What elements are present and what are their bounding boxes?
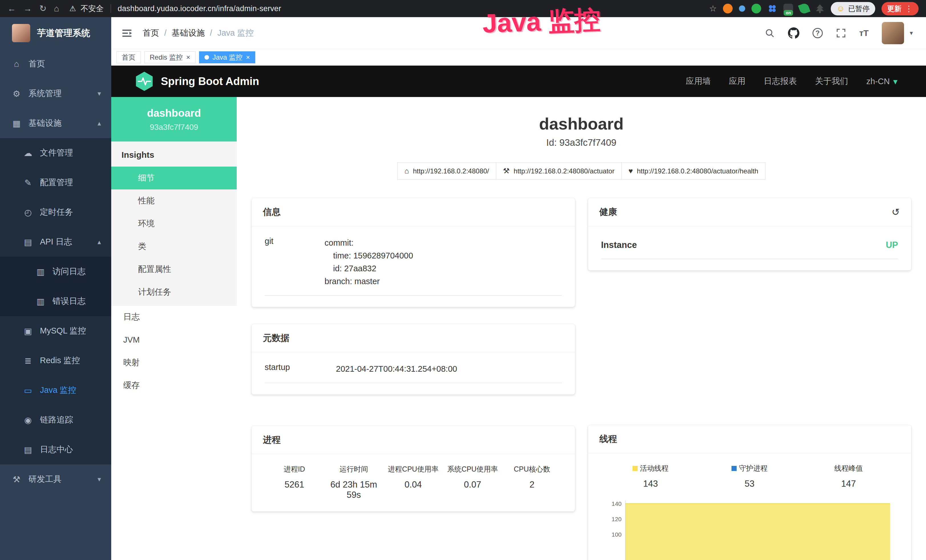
sba-main-content: dashboard Id: 93a3fc7f7409 ⌂ http://192.…: [237, 97, 926, 560]
sidebar-collapse-icon[interactable]: [121, 27, 133, 39]
not-secure-label[interactable]: 不安全: [81, 3, 104, 14]
sba-item-classes[interactable]: 类: [111, 235, 237, 258]
sba-item-mappings[interactable]: 映射: [111, 351, 237, 374]
github-icon[interactable]: [788, 27, 799, 39]
instance-actuator-url-link[interactable]: ⚒ http://192.168.0.2:48080/actuator: [496, 162, 622, 180]
sba-item-caches[interactable]: 缓存: [111, 374, 237, 397]
sidebar-item-redis-monitor[interactable]: ≣ Redis 监控: [0, 346, 111, 375]
instance-service-url-link[interactable]: ⌂ http://192.168.0.2:48080/: [397, 162, 496, 180]
sidebar-item-log-center[interactable]: ▤ 日志中心: [0, 435, 111, 465]
sidebar-item-file-management[interactable]: ☁ 文件管理: [0, 138, 111, 168]
breadcrumb-separator: /: [164, 28, 166, 38]
browser-home-icon[interactable]: ⌂: [54, 4, 59, 13]
user-avatar[interactable]: [882, 22, 904, 44]
sba-nav-applications[interactable]: 应用: [729, 76, 746, 87]
browser-forward-icon[interactable]: →: [23, 4, 32, 13]
sidebar-item-access-log[interactable]: ▥ 访问日志: [0, 257, 111, 286]
sidebar-item-trace[interactable]: ◉ 链路追踪: [0, 405, 111, 435]
history-refresh-icon[interactable]: ↺: [892, 206, 900, 218]
sidebar-item-error-log[interactable]: ▥ 错误日志: [0, 286, 111, 316]
database-icon: ▣: [23, 326, 33, 336]
pencil-icon: ✎: [23, 178, 33, 188]
help-icon[interactable]: ?: [813, 28, 823, 38]
extension-icon-5[interactable]: on: [784, 4, 793, 14]
sba-item-environment[interactable]: 环境: [111, 212, 237, 235]
tab-redis-monitor[interactable]: Redis 监控 ×: [144, 51, 196, 64]
browser-update-button[interactable]: 更新 ⋮: [882, 2, 918, 15]
tab-java-monitor[interactable]: Java 监控 ×: [199, 51, 255, 64]
sba-nav-about[interactable]: 关于我们: [815, 76, 848, 87]
user-caret-down-icon[interactable]: ▾: [910, 29, 913, 37]
address-url[interactable]: dashboard.yudao.iocoder.cn/infra/admin-s…: [118, 4, 281, 13]
link-label: http://192.168.0.2:48080/actuator: [514, 167, 614, 175]
breadcrumb-home[interactable]: 首页: [142, 27, 159, 39]
cloud-icon: ☁: [23, 148, 33, 158]
tags-view-bar: 首页 Redis 监控 × Java 监控 ×: [111, 49, 926, 66]
chart-y-axis: 140 120 100: [601, 500, 625, 560]
sba-locale-select[interactable]: zh-CN ▾: [866, 76, 897, 86]
sba-sidebar: dashboard 93a3fc7f7409 Insights 细节 性能 环境…: [111, 97, 237, 560]
sba-item-metrics[interactable]: 性能: [111, 189, 237, 212]
tab-home[interactable]: 首页: [117, 51, 141, 64]
fullscreen-icon[interactable]: [836, 28, 846, 38]
y-tick: 140: [601, 500, 622, 516]
sidebar-item-config-management[interactable]: ✎ 配置管理: [0, 168, 111, 197]
search-icon[interactable]: [764, 28, 775, 38]
active-tab-dot: [204, 55, 209, 60]
main-sidebar: 芋道管理系统 ⌂ 首页 ⚙ 系统管理 ▾ ▦ 基础设施 ▴ ☁ 文件管理: [0, 17, 111, 560]
sidebar-item-label: Redis 监控: [40, 355, 80, 366]
extension-icon-3[interactable]: [752, 4, 761, 14]
git-commit-line: commit:: [325, 236, 413, 249]
sidebar-item-system-management[interactable]: ⚙ 系统管理 ▾: [0, 79, 111, 108]
sba-item-config-props[interactable]: 配置属性: [111, 258, 237, 281]
extension-icon-2[interactable]: [739, 5, 745, 12]
sba-item-scheduled-tasks[interactable]: 计划任务: [111, 281, 237, 304]
page-title: dashboard: [237, 114, 926, 133]
app-logo-image: [12, 24, 30, 42]
sidebar-item-infrastructure[interactable]: ▦ 基础设施 ▴: [0, 108, 111, 138]
sba-nav-journal[interactable]: 日志报表: [764, 76, 797, 87]
sba-item-details[interactable]: 细节: [111, 166, 237, 189]
sidebar-item-api-log[interactable]: ▤ API 日志 ▴: [0, 227, 111, 257]
stat-label: 系统CPU使用率: [443, 465, 502, 474]
spring-boot-admin-frame: Spring Boot Admin 应用墙 应用 日志报表 关于我们 zh-CN…: [111, 66, 926, 560]
metadata-card: 元数据 startup 2021-04-27T00:44:31.254+08:0…: [251, 324, 575, 395]
sba-nav-wallboard[interactable]: 应用墙: [686, 76, 711, 87]
gear-icon: ⚙: [11, 89, 22, 99]
extension-leaf-icon[interactable]: [798, 2, 811, 15]
sidebar-item-label: 链路追踪: [40, 414, 73, 425]
bookmark-star-icon[interactable]: ☆: [709, 4, 717, 13]
breadcrumb-infrastructure[interactable]: 基础设施: [172, 27, 205, 39]
font-size-icon[interactable]: тT: [859, 28, 869, 38]
extension-icon-1[interactable]: [723, 4, 732, 14]
instance-health-url-link[interactable]: ♥ http://192.168.0.2:48080/actuator/heal…: [622, 162, 766, 180]
close-icon[interactable]: ×: [246, 53, 250, 61]
extension-dots-grid-icon[interactable]: [767, 4, 777, 14]
health-instance-row[interactable]: Instance UP: [601, 236, 898, 259]
address-bar[interactable]: ⚠ 不安全 dashboard.yudao.iocoder.cn/infra/a…: [69, 3, 281, 14]
sba-brand-title[interactable]: Spring Boot Admin: [161, 75, 259, 88]
sidebar-item-home[interactable]: ⌂ 首页: [0, 49, 111, 79]
spring-boot-admin-logo[interactable]: [135, 71, 153, 92]
process-stat: 进程ID 5261: [265, 465, 324, 500]
sba-item-logs[interactable]: 日志: [111, 306, 237, 328]
browser-menu-kebab-icon[interactable]: ⋮: [905, 4, 913, 14]
metadata-startup-row: startup 2021-04-27T00:44:31.254+08:00: [265, 363, 562, 383]
threads-stat: 守护进程 53: [700, 463, 799, 489]
log-document-icon: ▥: [35, 267, 45, 277]
sidebar-item-java-monitor[interactable]: ▭ Java 监控: [0, 375, 111, 405]
chevron-down-icon: ▾: [98, 89, 101, 98]
stat-label: 运行时间: [324, 465, 383, 474]
stat-value: 2: [502, 480, 561, 490]
sidebar-item-mysql-monitor[interactable]: ▣ MySQL 监控: [0, 316, 111, 346]
paused-extension-badge[interactable]: ☺ 已暂停: [831, 2, 875, 15]
extension-tree-icon[interactable]: [816, 4, 825, 14]
sba-instance-header[interactable]: dashboard 93a3fc7f7409: [111, 97, 237, 141]
close-icon[interactable]: ×: [186, 53, 190, 61]
sidebar-item-scheduled-jobs[interactable]: ◴ 定时任务: [0, 197, 111, 227]
sidebar-item-dev-tools[interactable]: ⚒ 研发工具 ▾: [0, 465, 111, 494]
sba-item-jvm[interactable]: JVM: [111, 328, 237, 351]
browser-back-icon[interactable]: ←: [8, 4, 16, 13]
browser-reload-icon[interactable]: ↻: [39, 4, 47, 13]
document-icon: ▤: [23, 237, 33, 247]
